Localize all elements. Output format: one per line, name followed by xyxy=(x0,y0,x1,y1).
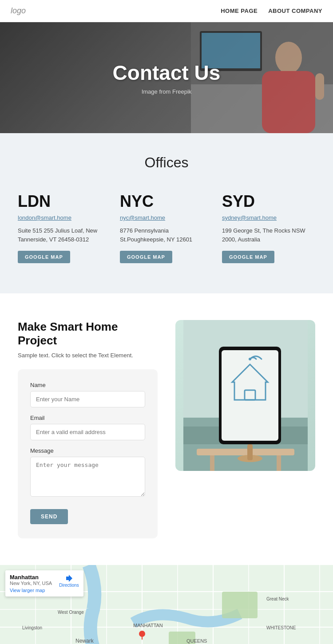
office-syd: SYD sydney@smart.home 199 George St, The… xyxy=(222,189,315,267)
svg-rect-12 xyxy=(277,455,281,471)
name-label: Name xyxy=(30,382,145,388)
name-input[interactable] xyxy=(30,391,145,407)
hero-title: Contact Us xyxy=(113,61,221,85)
svg-marker-48 xyxy=(66,575,72,582)
directions-label[interactable]: Directions xyxy=(59,583,79,588)
svg-rect-5 xyxy=(262,71,315,133)
map-background: New York MANHATTAN Newark QUEENS BROOKLY… xyxy=(0,565,333,644)
svg-text:West Orange: West Orange xyxy=(58,610,84,615)
logo: logo xyxy=(11,6,26,16)
send-button[interactable]: SEND xyxy=(30,509,68,524)
nav-home[interactable]: HOME PAGE xyxy=(221,8,258,14)
view-larger-map-link[interactable]: View larger map xyxy=(10,588,45,593)
svg-point-19 xyxy=(249,358,251,360)
message-field-group: Message xyxy=(30,447,145,498)
nyc-google-map-button[interactable]: GOOGLE MAP xyxy=(120,251,172,263)
form-card: Name Email Message SEND xyxy=(18,369,158,538)
hero-section: Contact Us Image from Freepik xyxy=(0,22,333,133)
map-info-box: Manhattan New York, NY, USA Directions V… xyxy=(5,570,83,597)
offices-section: Offices LDN london@smart.home Suite 515 … xyxy=(0,133,333,293)
map-location-title: Manhattan xyxy=(10,574,52,581)
nav-about[interactable]: ABOUT COMPANY xyxy=(268,8,322,14)
svg-rect-11 xyxy=(210,455,214,471)
office-nyc-email[interactable]: nyc@smart.home xyxy=(120,214,213,221)
smart-home-svg xyxy=(183,320,308,471)
map-location-subtitle: New York, NY, USA xyxy=(10,581,52,586)
svg-text:QUEENS: QUEENS xyxy=(186,638,207,644)
hero-subtitle: Image from Freepik xyxy=(113,88,221,95)
email-input[interactable] xyxy=(30,424,145,440)
email-field-group: Email xyxy=(30,415,145,440)
office-nyc-address: 8776 Pennsylvania St.Poughkeepsie, NY 12… xyxy=(120,226,213,244)
name-field-group: Name xyxy=(30,382,145,407)
office-syd-email[interactable]: sydney@smart.home xyxy=(222,214,315,221)
contact-heading: Make Smart Home Project xyxy=(18,320,158,348)
svg-text:Newark: Newark xyxy=(75,638,94,644)
contact-image-area xyxy=(175,320,315,538)
contact-form-area: Make Smart Home Project Sample text. Cli… xyxy=(18,320,158,538)
svg-text:Livingston: Livingston xyxy=(22,625,42,630)
contact-section: Make Smart Home Project Sample text. Cli… xyxy=(0,293,333,565)
office-ldn-name: LDN xyxy=(18,192,111,211)
message-textarea[interactable] xyxy=(30,457,145,497)
office-nyc-name: NYC xyxy=(120,192,213,211)
hero-content: Contact Us Image from Freepik xyxy=(113,61,221,95)
directions-icon xyxy=(64,574,73,583)
svg-text:WHITESTONE: WHITESTONE xyxy=(266,625,296,630)
office-nyc: NYC nyc@smart.home 8776 Pennsylvania St.… xyxy=(120,189,213,267)
svg-text:Great Neck: Great Neck xyxy=(266,597,289,601)
svg-rect-10 xyxy=(197,449,294,455)
contact-subtext: Sample text. Click to select the Text El… xyxy=(18,352,158,359)
svg-rect-37 xyxy=(222,592,258,618)
email-label: Email xyxy=(30,415,145,421)
offices-heading: Offices xyxy=(18,154,315,171)
office-syd-name: SYD xyxy=(222,192,315,211)
nav-links: HOME PAGE ABOUT COMPANY xyxy=(221,8,322,14)
office-ldn-email[interactable]: london@smart.home xyxy=(18,214,111,221)
smart-home-image xyxy=(175,320,315,471)
svg-text:MANHATTAN: MANHATTAN xyxy=(133,623,163,628)
syd-google-map-button[interactable]: GOOGLE MAP xyxy=(222,251,274,263)
ldn-google-map-button[interactable]: GOOGLE MAP xyxy=(18,251,70,263)
svg-rect-6 xyxy=(315,73,324,100)
office-syd-address: 199 George St, The Rocks NSW 2000, Austr… xyxy=(222,226,315,244)
offices-grid: LDN london@smart.home Suite 515 255 Juli… xyxy=(18,189,315,267)
office-ldn-address: Suite 515 255 Julius Loaf, New Tannersid… xyxy=(18,226,111,244)
message-label: Message xyxy=(30,447,145,454)
map-section: New York MANHATTAN Newark QUEENS BROOKLY… xyxy=(0,565,333,644)
navigation: logo HOME PAGE ABOUT COMPANY xyxy=(0,0,333,22)
office-ldn: LDN london@smart.home Suite 515 255 Juli… xyxy=(18,189,111,267)
svg-point-4 xyxy=(275,42,302,74)
svg-rect-14 xyxy=(247,444,253,460)
